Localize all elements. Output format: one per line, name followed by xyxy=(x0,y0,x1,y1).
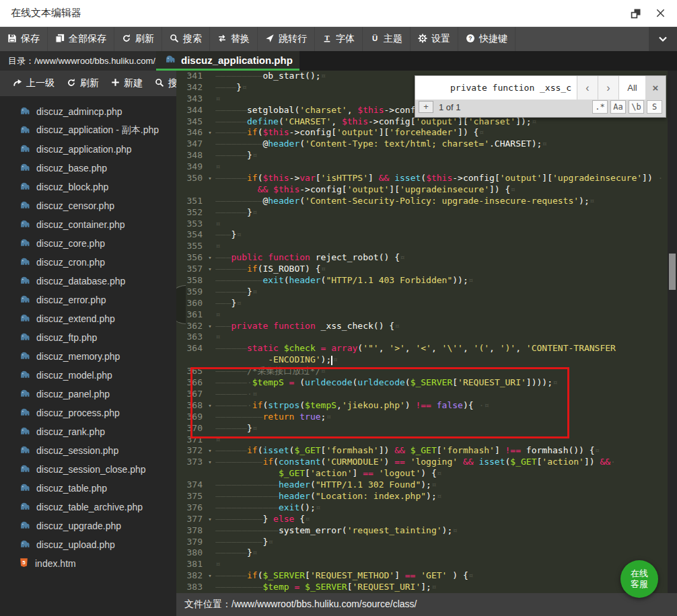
fold-gutter xyxy=(205,275,215,286)
file-item[interactable]: discuz_rank.php xyxy=(0,422,176,441)
file-item[interactable]: discuz_cron.php xyxy=(0,253,176,272)
window-close-icon[interactable] xyxy=(654,7,666,20)
code-line: 346▾——————if($this->config['output']['fo… xyxy=(176,127,668,139)
toolbar-button-save[interactable]: 保存 xyxy=(0,27,48,51)
line-number: 372 xyxy=(176,445,205,457)
file-item[interactable]: discuz_core.php xyxy=(0,234,176,253)
fold-arrow-icon[interactable]: ▾ xyxy=(205,445,215,457)
file-item[interactable]: discuz_database.php xyxy=(0,272,176,291)
code-line: 381¤ xyxy=(176,559,668,570)
file-item[interactable]: 5index.htm xyxy=(0,554,176,573)
code-line: 347—————————@header('Content-Type: text/… xyxy=(176,139,668,150)
file-item[interactable]: discuz_admincp.php xyxy=(0,102,176,121)
file-item[interactable]: discuz_base.php xyxy=(0,159,176,178)
line-number: 342 xyxy=(176,82,205,93)
sidebar-collapse-handle[interactable]: ‹ xyxy=(176,285,186,324)
search-toggle-Aa[interactable]: Aa xyxy=(610,100,626,114)
window-title: 在线文本编辑器 xyxy=(11,7,81,20)
search-input[interactable]: private function _xss_c xyxy=(415,76,577,100)
code-line: 376————————————exit();¤ xyxy=(176,502,668,514)
toolbar-button-settings[interactable]: 设置 xyxy=(411,27,458,51)
toolbar-button-font[interactable]: T字体 xyxy=(315,27,363,51)
toolbar-button-save-all[interactable]: 全部保存 xyxy=(48,27,114,51)
file-item[interactable]: discuz_process.php xyxy=(0,403,176,422)
search-prev-button[interactable]: ‹ xyxy=(577,76,598,100)
fold-gutter xyxy=(205,241,215,252)
fold-gutter xyxy=(205,343,215,354)
file-item[interactable]: discuz_block.php xyxy=(0,178,176,196)
file-item[interactable]: discuz_container.php xyxy=(0,215,176,234)
file-item[interactable]: discuz_application - 副本.php xyxy=(0,121,176,140)
line-number: 375 xyxy=(176,491,205,502)
toolbar-button-replace[interactable]: 替换 xyxy=(210,27,258,51)
online-service-button[interactable]: 在线 客服 xyxy=(620,560,658,598)
fold-arrow-icon[interactable]: ▾ xyxy=(205,173,215,184)
line-number: 378 xyxy=(176,525,205,537)
file-item[interactable]: discuz_application.php xyxy=(0,140,176,159)
fold-arrow-icon[interactable]: ▾ xyxy=(205,514,215,525)
toolbar-button-search[interactable]: 搜索 xyxy=(162,27,210,51)
fold-arrow-icon[interactable]: ▾ xyxy=(205,127,215,139)
php-elephant-icon xyxy=(19,501,30,513)
scrollbar-thumb[interactable] xyxy=(669,254,676,290)
code-line: 361¤ xyxy=(176,309,668,321)
file-item[interactable]: discuz_table.php xyxy=(0,479,176,498)
file-item[interactable]: discuz_extend.php xyxy=(0,309,176,328)
fold-arrow-icon[interactable]: ▾ xyxy=(205,400,215,412)
code-editor[interactable]: 341—————————ob_start();¤342————}¤343¤344… xyxy=(176,71,677,593)
window-restore-icon[interactable] xyxy=(630,7,642,20)
toolbar-chevron-down-icon[interactable] xyxy=(649,27,677,51)
file-item[interactable]: discuz_session.php xyxy=(0,441,176,460)
editor-scrollbar[interactable] xyxy=(668,71,677,593)
sidebar-toolbar-refresh[interactable]: 刷新 xyxy=(61,77,105,89)
line-number: 355 xyxy=(176,241,205,252)
search-close-icon[interactable]: × xyxy=(645,76,666,100)
file-item[interactable]: discuz_upgrade.php xyxy=(0,516,176,535)
toolbar-button-refresh[interactable]: 刷新 xyxy=(114,27,162,51)
search-toggle-S[interactable]: S xyxy=(647,100,662,114)
tab-label: discuz_application.php xyxy=(181,54,293,66)
search-add-button[interactable]: + xyxy=(419,101,433,113)
sidebar-toolbar-new[interactable]: 新建 xyxy=(105,77,149,89)
file-item[interactable]: discuz_session_close.php xyxy=(0,460,176,479)
code-line: 374————————————header("HTTP/1.1 302 Foun… xyxy=(176,479,668,491)
search-toggle-\b[interactable]: \b xyxy=(629,100,644,114)
file-name: discuz_process.php xyxy=(36,408,120,418)
fold-gutter xyxy=(205,354,215,366)
file-item[interactable]: discuz_ftp.php xyxy=(0,328,176,347)
toolbar-button-hotkeys[interactable]: ?快捷键 xyxy=(458,27,515,51)
file-item[interactable]: discuz_memory.php xyxy=(0,347,176,366)
code-line: 358—————————exit(header("HTTP/1.1 403 Fo… xyxy=(176,275,668,286)
file-item[interactable]: discuz_error.php xyxy=(0,291,176,309)
file-name: discuz_application - 副本.php xyxy=(36,124,159,137)
fold-arrow-icon[interactable]: ▾ xyxy=(205,264,215,275)
file-name: discuz_core.php xyxy=(36,238,105,249)
file-item[interactable]: discuz_censor.php xyxy=(0,196,176,215)
php-elephant-icon xyxy=(19,332,30,344)
line-number: 348 xyxy=(176,150,205,161)
file-item[interactable]: discuz_table_archive.php xyxy=(0,498,176,516)
file-item[interactable]: discuz_panel.php xyxy=(0,385,176,403)
search-next-button[interactable]: › xyxy=(598,76,618,100)
code-line: 365——————/*采集接口放过*/¤ xyxy=(176,366,668,377)
tab-discuz-application[interactable]: discuz_application.php ✕ xyxy=(156,51,299,71)
php-elephant-icon xyxy=(19,162,30,174)
fold-arrow-icon[interactable]: ▾ xyxy=(205,321,215,332)
fold-arrow-icon[interactable]: ▾ xyxy=(205,570,215,582)
toolbar-button-goto-line[interactable]: 跳转行 xyxy=(258,27,315,51)
file-item[interactable]: discuz_model.php xyxy=(0,366,176,385)
file-name: discuz_table.php xyxy=(36,483,107,494)
tab-bar: 目录：/www/wwwroot/bbs.huliku.com/... discu… xyxy=(0,51,677,71)
line-number: 343 xyxy=(176,93,205,105)
code-area[interactable]: 341—————————ob_start();¤342————}¤343¤344… xyxy=(176,71,668,593)
search-toggle-.*[interactable]: .* xyxy=(592,100,608,114)
search-all-button[interactable]: All xyxy=(618,76,645,100)
fold-arrow-icon[interactable]: ▾ xyxy=(205,457,215,468)
file-item[interactable]: discuz_upload.php xyxy=(0,535,176,554)
plus-icon xyxy=(111,78,120,89)
line-number: 357 xyxy=(176,264,205,275)
fold-arrow-icon[interactable]: ▾ xyxy=(205,252,215,264)
sidebar-toolbar-up-level[interactable]: 上一级 xyxy=(7,77,61,89)
fold-gutter xyxy=(205,219,215,230)
toolbar-button-theme[interactable]: Ü主题 xyxy=(363,27,411,51)
